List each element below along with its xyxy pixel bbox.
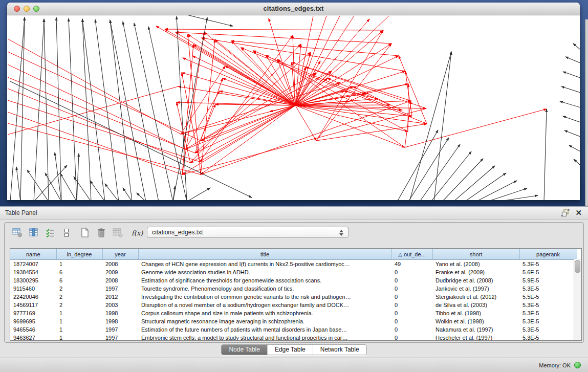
- column-header-name[interactable]: name: [10, 249, 56, 260]
- float-panel-icon[interactable]: [561, 209, 570, 218]
- table-cell[interactable]: 2: [56, 301, 102, 309]
- table-cell[interactable]: 1: [56, 317, 102, 325]
- table-cell[interactable]: 9699695: [10, 317, 56, 325]
- table-cell[interactable]: 9115460: [10, 285, 56, 293]
- table-cell[interactable]: 1997: [102, 285, 138, 293]
- table-cell[interactable]: 2012: [102, 293, 138, 301]
- table-cell[interactable]: Genome-wide association studies in ADHD.: [138, 268, 391, 276]
- table-cell[interactable]: 2: [56, 285, 102, 293]
- table-cell[interactable]: Estimation of significance thresholds fo…: [138, 276, 391, 285]
- table-row[interactable]: 1938455462009Genome-wide association stu…: [10, 268, 577, 276]
- table-cell[interactable]: 1: [56, 334, 102, 341]
- table-cell[interactable]: 0: [391, 276, 432, 285]
- graph-edge[interactable]: [195, 105, 295, 153]
- graph-edge[interactable]: [365, 84, 408, 94]
- graph-edge[interactable]: [399, 56, 427, 124]
- graph-edge[interactable]: [295, 105, 316, 141]
- graph-edge[interactable]: [397, 130, 438, 200]
- table-cell[interactable]: 14569117: [10, 301, 56, 309]
- table-cell[interactable]: 2008: [102, 276, 138, 285]
- scrollbar-thumb[interactable]: [575, 260, 580, 273]
- table-cell[interactable]: Structural magnetic resonance image aver…: [138, 317, 391, 325]
- graph-edge[interactable]: [487, 188, 527, 200]
- table-cell[interactable]: Dudbridge et al. (2008): [432, 276, 519, 285]
- table-row[interactable]: 1872400712008Changes of HCN gene express…: [10, 260, 577, 269]
- graph-edge[interactable]: [409, 52, 451, 200]
- column-header-short[interactable]: short: [432, 249, 519, 260]
- table-cell[interactable]: 5.3E-5: [519, 325, 577, 334]
- table-cell[interactable]: 6: [56, 268, 102, 276]
- table-cell[interactable]: 0: [391, 309, 432, 317]
- graph-edge[interactable]: [8, 77, 195, 153]
- table-cell[interactable]: 5.3E-5: [519, 334, 577, 341]
- table-cell[interactable]: Jankovic et al. (1997): [432, 285, 519, 293]
- table-row[interactable]: 946554611997Estimation of the future num…: [10, 325, 577, 334]
- table-row[interactable]: 977716911998Corpus callosum shape and si…: [10, 309, 577, 317]
- graph-edge[interactable]: [182, 45, 193, 174]
- tab-network-table[interactable]: Network Table: [313, 345, 366, 355]
- table-row[interactable]: 946362711997Embryonic stem cells: a mode…: [10, 334, 577, 341]
- table-cell[interactable]: 1997: [102, 334, 138, 341]
- graph-edge[interactable]: [476, 181, 517, 200]
- citation-network-graph[interactable]: [7, 15, 580, 200]
- delete-column-icon[interactable]: [95, 227, 108, 239]
- table-cell[interactable]: 2: [56, 293, 102, 301]
- table-cell[interactable]: 6: [56, 276, 102, 285]
- table-cell[interactable]: 5.9E-5: [519, 276, 577, 285]
- graph-edge[interactable]: [565, 57, 580, 63]
- graph-edge[interactable]: [295, 19, 369, 105]
- graph-edge[interactable]: [544, 109, 547, 200]
- table-cell[interactable]: 0: [391, 325, 432, 334]
- table-row[interactable]: 2242004622012Investigating the contribut…: [10, 293, 577, 301]
- table-cell[interactable]: Embryonic stem cells: a model to study s…: [138, 334, 391, 341]
- table-cell[interactable]: 0: [391, 334, 432, 341]
- import-table-icon[interactable]: [111, 227, 124, 239]
- graph-edge[interactable]: [560, 101, 580, 107]
- graph-edge[interactable]: [8, 52, 201, 141]
- table-cell[interactable]: 5.6E-5: [519, 268, 577, 276]
- graph-edge[interactable]: [573, 43, 580, 50]
- column-header-in_degree[interactable]: in_degree: [56, 249, 102, 260]
- graph-edge[interactable]: [563, 116, 580, 122]
- table-scrollbar[interactable]: [574, 259, 581, 340]
- table-selector-dropdown[interactable]: citations_edges.txt: [147, 227, 349, 238]
- table-cell[interactable]: 9777169: [10, 309, 56, 317]
- table-cell[interactable]: 9463627: [10, 334, 56, 341]
- table-cell[interactable]: 5.3E-5: [519, 301, 577, 309]
- table-cell[interactable]: Franke et al. (2009): [432, 268, 519, 276]
- table-row[interactable]: 911546021997Tourette syndrome. Phenomeno…: [10, 285, 577, 293]
- table-cell[interactable]: Hescheler et al. (1997): [432, 334, 519, 341]
- column-header-out_de[interactable]: △out_de...: [391, 249, 432, 260]
- table-cell[interactable]: 1: [56, 260, 102, 269]
- column-header-pagerank[interactable]: pagerank: [519, 249, 577, 260]
- table-cell[interactable]: 18300295: [10, 276, 56, 285]
- table-cell[interactable]: 9465546: [10, 325, 56, 334]
- table-cell[interactable]: 1997: [102, 325, 138, 334]
- table-cell[interactable]: 0: [391, 285, 432, 293]
- graph-edge[interactable]: [182, 73, 295, 105]
- table-cell[interactable]: 0: [391, 317, 432, 325]
- row-height-icon[interactable]: [60, 227, 73, 239]
- graph-edge[interactable]: [165, 29, 383, 30]
- graph-edge[interactable]: [569, 145, 580, 151]
- table-cell[interactable]: 1: [56, 309, 102, 317]
- graph-edge[interactable]: [316, 124, 427, 141]
- table-cell[interactable]: 1: [56, 325, 102, 334]
- graph-edge[interactable]: [148, 27, 187, 200]
- graph-edge[interactable]: [34, 19, 44, 200]
- graph-edge[interactable]: [44, 19, 49, 200]
- tab-node-table[interactable]: Node Table: [222, 345, 268, 355]
- function-builder-icon[interactable]: f(x): [132, 229, 143, 237]
- graph-edge[interactable]: [563, 72, 580, 78]
- table-cell[interactable]: 5.3E-5: [519, 285, 577, 293]
- new-column-icon[interactable]: [78, 227, 92, 239]
- table-cell[interactable]: 5.3E-5: [519, 309, 577, 317]
- table-cell[interactable]: 1998: [102, 309, 138, 317]
- table-cell[interactable]: 0: [391, 301, 432, 309]
- network-window[interactable]: citations_edges.txt: [7, 3, 580, 200]
- memory-ok-indicator[interactable]: [574, 362, 581, 368]
- table-cell[interactable]: Nakamura et al. (1997): [432, 325, 519, 334]
- table-settings-icon[interactable]: [11, 227, 24, 239]
- graph-edge[interactable]: [295, 101, 411, 105]
- graph-edge[interactable]: [187, 188, 210, 200]
